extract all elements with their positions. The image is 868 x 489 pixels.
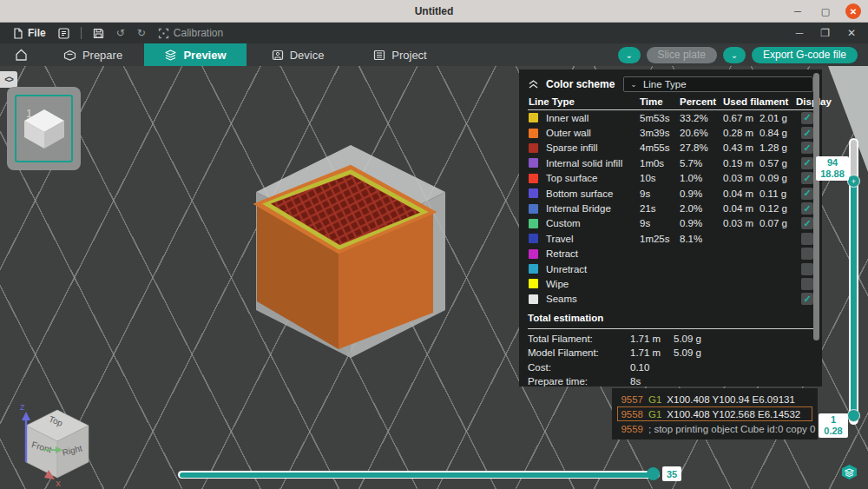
line-type-color-swatch	[529, 113, 538, 122]
display-checkbox[interactable]: ✓	[801, 233, 813, 245]
display-checkbox[interactable]: ✓	[801, 157, 813, 169]
display-checkbox[interactable]: ✓	[801, 202, 813, 215]
line-type-weight: 0.12 g	[760, 203, 796, 214]
total-length: 8s	[630, 376, 674, 387]
svg-text:Z: Z	[20, 403, 25, 412]
display-checkbox[interactable]: ✓	[801, 263, 813, 275]
gcode-line-number: 9557	[621, 394, 643, 405]
line-type-length: 0.03 m	[723, 218, 760, 228]
application-window: Untitled ─ ▢ ✕ File ↺ ↻ Calibration ─ ❐ …	[0, 0, 868, 489]
layer-slider-top-handle[interactable]: +	[847, 175, 860, 188]
line-type-time: 21s	[640, 203, 680, 214]
line-type-percent: 0.9%	[680, 218, 723, 228]
calibration-button[interactable]: Calibration	[152, 23, 229, 43]
gcode-line[interactable]: 9559; stop printing object Cube id:0 cop…	[617, 421, 812, 436]
sliced-model[interactable]	[234, 139, 460, 365]
notes-button[interactable]	[52, 23, 76, 43]
total-label: Total Filament:	[528, 334, 630, 344]
line-type-time: 9s	[640, 218, 680, 228]
gcode-line-number: 9558	[621, 409, 643, 420]
total-row: Cost:0.10	[528, 360, 813, 373]
line-type-percent: 1.0%	[680, 173, 723, 183]
export-gcode-button[interactable]: Export G-code file	[752, 47, 858, 63]
sidebar-collapse-button[interactable]: <>	[0, 71, 17, 88]
line-type-length: 0.19 m	[723, 158, 760, 169]
chevron-down-icon: ⌄	[731, 50, 738, 60]
home-icon	[15, 49, 28, 61]
tab-preview[interactable]: Preview	[144, 43, 247, 66]
viewport-3d[interactable]: <> 1 Color scheme ⌄ Line Type	[0, 66, 868, 489]
calibration-icon	[158, 28, 169, 39]
move-slider-handle[interactable]	[647, 467, 660, 480]
gcode-args: X100.408 Y102.568 E6.14532	[667, 409, 800, 420]
display-checkbox[interactable]: ✓	[801, 248, 813, 260]
slice-dropdown-button[interactable]: ⌄	[618, 47, 641, 63]
line-type-percent: 20.6%	[680, 128, 723, 138]
line-type-length: 0.04 m	[723, 188, 760, 199]
gcode-line-number: 9559	[621, 424, 643, 434]
panel-title: Color scheme	[546, 78, 615, 90]
line-type-time: 9s	[640, 188, 680, 199]
tab-project[interactable]: Project	[349, 43, 451, 66]
chevron-down-icon: ⌄	[625, 50, 632, 60]
display-checkbox[interactable]: ✓	[801, 127, 813, 139]
line-type-row: Internal Bridge21s2.0%0.04 m0.12 g✓	[528, 201, 813, 215]
gcode-line[interactable]: 9558G1X100.408 Y102.568 E6.14532	[617, 406, 812, 421]
menubar-minimize-icon[interactable]: ─	[796, 27, 804, 39]
line-type-name: Internal solid infill	[546, 158, 640, 169]
line-type-time: 1m25s	[640, 234, 680, 244]
line-type-name: Internal Bridge	[546, 203, 640, 214]
gcode-line[interactable]: 9557G1X100.408 Y100.94 E6.09131	[617, 392, 812, 406]
line-type-color-swatch	[529, 294, 538, 304]
save-button[interactable]	[87, 23, 110, 43]
display-checkbox[interactable]: ✓	[801, 278, 813, 290]
panel-scrollbar[interactable]	[813, 73, 819, 340]
display-checkbox[interactable]: ✓	[801, 172, 813, 184]
slice-plate-button[interactable]: Slice plate	[647, 47, 717, 63]
display-checkbox[interactable]: ✓	[801, 142, 813, 154]
display-checkbox[interactable]: ✓	[801, 217, 813, 229]
display-checkbox[interactable]: ✓	[801, 188, 813, 200]
collapse-panel-icon[interactable]	[528, 79, 539, 89]
home-button[interactable]	[0, 43, 42, 66]
prepare-icon	[63, 50, 76, 61]
line-type-name: Top surface	[546, 173, 640, 183]
line-type-time: 1m0s	[640, 158, 680, 169]
menubar-divider	[81, 27, 82, 39]
line-type-name: Unretract	[546, 264, 640, 274]
total-weight: 5.09 g	[674, 347, 813, 358]
navigation-cube[interactable]: Top Front Right Z X	[9, 400, 97, 486]
total-label: Prepare time:	[528, 376, 630, 387]
line-type-weight: 0.57 g	[760, 158, 796, 169]
maximize-icon[interactable]: ▢	[818, 3, 833, 19]
line-type-weight: 0.07 g	[760, 218, 796, 228]
layer-slider-bottom-handle[interactable]	[847, 409, 860, 422]
close-icon[interactable]: ✕	[845, 3, 861, 19]
view-mode-value: Line Type	[643, 79, 687, 89]
view-mode-select[interactable]: ⌄ Line Type	[623, 76, 813, 92]
line-type-row: Travel1m25s8.1%✓	[528, 231, 813, 246]
tab-device[interactable]: Device	[247, 43, 349, 66]
move-slider-track[interactable]	[178, 471, 660, 479]
line-type-weight: 0.11 g	[760, 188, 796, 199]
menubar-close-icon[interactable]: ✕	[847, 27, 856, 39]
minimize-icon[interactable]: ─	[790, 3, 806, 19]
layers-icon	[845, 468, 854, 477]
file-menu[interactable]: File	[7, 23, 52, 43]
tab-prepare[interactable]: Prepare	[42, 43, 144, 66]
total-length: 1.71 m	[630, 334, 674, 344]
layer-slider-active-range	[851, 180, 857, 416]
tab-project-label: Project	[391, 49, 426, 62]
display-checkbox[interactable]: ✓	[801, 112, 813, 124]
plate-thumbnail[interactable]: 1	[7, 87, 81, 170]
undo-button[interactable]: ↺	[110, 23, 131, 43]
line-type-weight: 2.01 g	[760, 113, 796, 123]
line-type-weight: 1.28 g	[760, 142, 796, 153]
line-type-row: Seams✓	[528, 292, 813, 307]
menubar-restore-icon[interactable]: ❐	[820, 27, 830, 39]
redo-button[interactable]: ↻	[131, 23, 152, 43]
display-checkbox[interactable]: ✓	[801, 293, 813, 305]
line-type-color-swatch	[529, 234, 538, 243]
export-dropdown-button[interactable]: ⌄	[723, 47, 746, 63]
line-type-color-swatch	[529, 279, 538, 288]
